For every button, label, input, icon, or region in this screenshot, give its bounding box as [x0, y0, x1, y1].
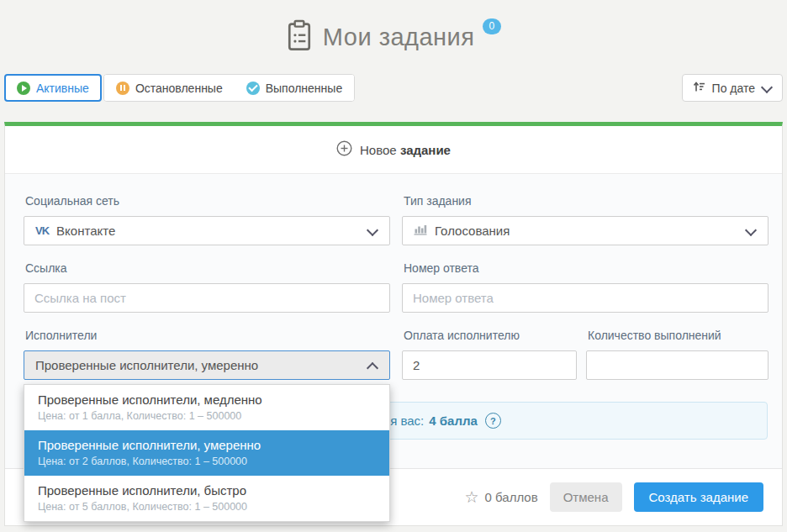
page-header: Мои задания 0 [0, 0, 787, 74]
tab-completed-label: Выполненные [266, 82, 342, 95]
help-icon[interactable]: ? [485, 413, 501, 429]
executions-label: Количество выполнений [588, 329, 721, 342]
new-task-header[interactable]: Новое задание [5, 126, 782, 174]
check-icon [246, 82, 260, 95]
tabs-toolbar: Активные Остановленные Выполненные [0, 74, 787, 102]
chevron-down-icon [745, 224, 757, 236]
payment-input[interactable] [402, 350, 577, 380]
social-network-label: Социальная сеть [25, 194, 119, 208]
executions-input[interactable] [586, 350, 769, 380]
tab-stopped-label: Остановленные [135, 82, 223, 95]
my-tasks-page: Мои задания 0 Активные Остановленные Вып… [0, 0, 787, 532]
sort-label: По дате [712, 82, 755, 95]
sort-by-date-button[interactable]: По дате [682, 74, 783, 102]
plus-circle-icon [336, 140, 352, 159]
vk-logo-icon: VK [35, 224, 49, 237]
executors-select[interactable]: Проверенные исполнители, умеренно [24, 350, 390, 380]
chevron-up-icon [367, 362, 378, 374]
chevron-down-icon [761, 81, 773, 92]
tab-active[interactable]: Активные [4, 74, 102, 102]
tab-active-label: Активные [36, 82, 89, 95]
cancel-button[interactable]: Отмена [550, 482, 622, 512]
page-title: Мои задания [323, 24, 475, 51]
task-type-value: Голосования [435, 224, 510, 238]
social-network-select[interactable]: VK Вконтакте [24, 216, 390, 245]
link-label: Ссылка [25, 261, 67, 275]
bar-chart-icon [414, 224, 427, 238]
link-input[interactable] [24, 283, 390, 313]
executors-label: Исполнители [25, 329, 97, 342]
create-task-button[interactable]: Создать задание [634, 482, 764, 512]
balance-indicator: ☆ 0 баллов [465, 489, 538, 505]
social-network-value: Вконтакте [56, 224, 115, 238]
payment-label: Оплата исполнителю [404, 329, 520, 342]
price-note-value: 4 балла [429, 413, 478, 428]
clipboard-icon [286, 19, 313, 55]
executors-dropdown-menu: Проверенные исполнители, медленно Цена: … [24, 384, 390, 522]
executors-option-fast[interactable]: Проверенные исполнители, быстро Цена: от… [24, 476, 389, 521]
tab-completed[interactable]: Выполненные [235, 75, 354, 101]
task-count-badge: 0 [483, 18, 502, 34]
pause-icon [116, 82, 129, 95]
executors-value: Проверенные исполнители, умеренно [35, 358, 258, 372]
executors-option-slow[interactable]: Проверенные исполнители, медленно Цена: … [24, 385, 389, 430]
tab-group: Остановленные Выполненные [103, 74, 355, 102]
new-task-form: Социальная сеть VK Вконтакте Тип задания [5, 174, 782, 468]
task-type-select[interactable]: Голосования [402, 216, 769, 245]
balance-label: 0 баллов [485, 490, 538, 504]
chevron-down-icon [367, 224, 378, 236]
tab-stopped[interactable]: Остановленные [104, 75, 235, 101]
star-icon: ☆ [465, 489, 479, 505]
answer-number-input[interactable] [402, 283, 769, 313]
play-icon [17, 82, 30, 95]
executors-option-moderate[interactable]: Проверенные исполнители, умеренно Цена: … [24, 430, 389, 476]
task-type-label: Тип задания [404, 194, 472, 208]
answer-number-label: Номер ответа [404, 261, 479, 275]
sort-icon [693, 81, 705, 95]
new-task-card: Новое задание Социальная сеть VK Вконтак… [4, 122, 783, 526]
new-task-title: Новое задание [360, 143, 451, 157]
